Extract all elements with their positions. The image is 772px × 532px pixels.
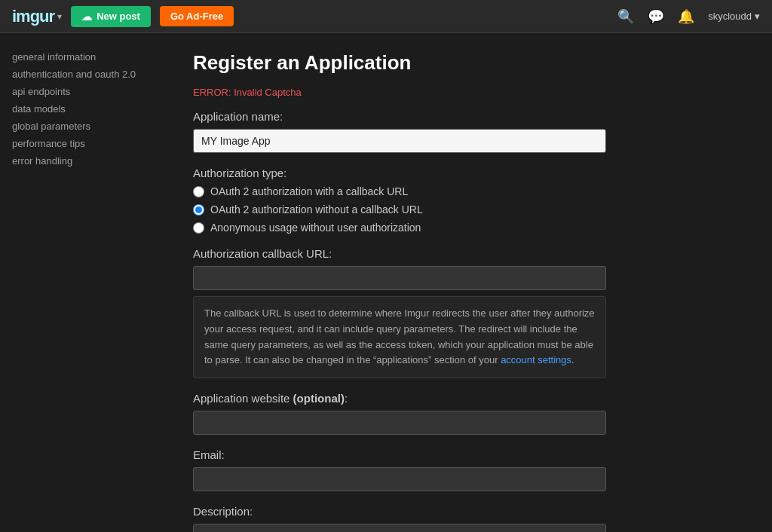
notifications-icon[interactable]: 🔔: [678, 8, 694, 25]
radio-oauth-no-callback-input[interactable]: [193, 204, 204, 216]
app-name-input[interactable]: [193, 129, 606, 153]
sidebar-item-performance-tips[interactable]: performance tips: [12, 135, 154, 152]
app-website-group: Application website (optional):: [193, 392, 745, 435]
search-icon[interactable]: 🔍: [617, 8, 634, 25]
auth-type-radio-group: OAuth 2 authorization with a callback UR…: [193, 185, 745, 234]
sidebar-item-api-endpoints[interactable]: api endpoints: [12, 83, 154, 100]
radio-anonymous-input[interactable]: [193, 222, 204, 234]
radio-anonymous[interactable]: Anonymous usage without user authorizati…: [193, 222, 745, 234]
username: skycloudd: [708, 11, 752, 22]
callback-url-group: Authorization callback URL: The callback…: [193, 247, 745, 378]
chat-icon[interactable]: 💬: [648, 8, 664, 25]
email-label: Email:: [193, 448, 745, 461]
description-textarea[interactable]: [193, 524, 606, 532]
layout: general information authentication and o…: [0, 33, 772, 532]
app-website-label: Application website (optional):: [193, 392, 745, 405]
logo-text: imgur: [12, 7, 54, 26]
email-group: Email:: [193, 448, 745, 491]
logo-caret-icon: ▾: [57, 11, 62, 22]
callback-info: The callback URL is used to determine wh…: [193, 296, 606, 378]
email-input[interactable]: [193, 467, 606, 491]
app-name-label: Application name:: [193, 110, 745, 123]
radio-oauth-callback[interactable]: OAuth 2 authorization with a callback UR…: [193, 185, 745, 197]
app-website-input[interactable]: [193, 411, 606, 435]
radio-oauth-callback-label: OAuth 2 authorization with a callback UR…: [210, 185, 408, 197]
auth-type-group: Authorization type: OAuth 2 authorizatio…: [193, 167, 745, 234]
sidebar-item-general-information[interactable]: general information: [12, 48, 154, 66]
app-name-group: Application name:: [193, 110, 745, 153]
radio-oauth-callback-input[interactable]: [193, 186, 204, 197]
sidebar-item-error-handling[interactable]: error handling: [12, 152, 154, 170]
cloud-upload-icon: ☁: [81, 11, 92, 23]
callback-url-label: Authorization callback URL:: [193, 247, 745, 260]
radio-oauth-no-callback-label: OAuth 2 authorization without a callback…: [210, 203, 423, 216]
user-menu[interactable]: skycloudd ▾: [708, 11, 760, 22]
page-title: Register an Application: [193, 51, 745, 75]
sidebar: general information authentication and o…: [0, 33, 166, 532]
auth-type-label: Authorization type:: [193, 167, 745, 179]
callback-url-input[interactable]: [193, 266, 606, 290]
main-content: Register an Application ERROR: Invalid C…: [166, 33, 772, 532]
logo-container[interactable]: imgur ▾: [12, 7, 62, 26]
go-adfree-button[interactable]: Go Ad-Free: [160, 6, 234, 26]
account-settings-link[interactable]: account settings: [501, 354, 571, 365]
header-icons: 🔍 💬 🔔 skycloudd ▾: [617, 8, 760, 25]
new-post-label: New post: [96, 11, 140, 22]
user-caret-icon: ▾: [755, 11, 760, 22]
radio-oauth-no-callback[interactable]: OAuth 2 authorization without a callback…: [193, 203, 745, 216]
description-group: Description:: [193, 505, 745, 532]
sidebar-item-global-parameters[interactable]: global parameters: [12, 118, 154, 135]
go-adfree-label: Go Ad-Free: [170, 11, 223, 22]
sidebar-item-data-models[interactable]: data models: [12, 100, 154, 118]
sidebar-item-authentication[interactable]: authentication and oauth 2.0: [12, 66, 154, 83]
radio-anonymous-label: Anonymous usage without user authorizati…: [210, 222, 421, 234]
error-message: ERROR: Invalid Captcha: [193, 87, 745, 98]
callback-info-text2: .: [571, 354, 574, 365]
description-label: Description:: [193, 505, 745, 518]
new-post-button[interactable]: ☁ New post: [71, 6, 151, 27]
header: imgur ▾ ☁ New post Go Ad-Free 🔍 💬 🔔 skyc…: [0, 0, 772, 33]
